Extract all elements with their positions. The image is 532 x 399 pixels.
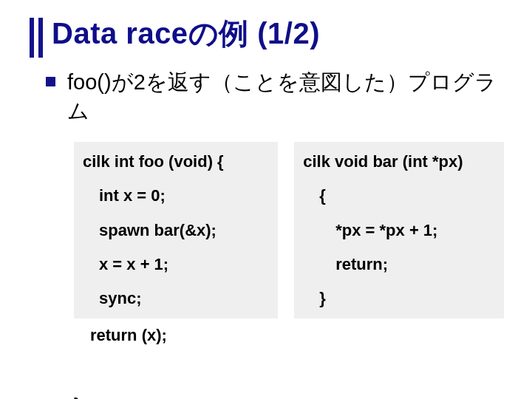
code-line: sync;	[83, 282, 269, 316]
bullet-item: foo()が2を返す（ことを意図した）プログラム	[46, 68, 504, 126]
code-line: int x = 0;	[83, 179, 269, 213]
accent-bar-icon	[30, 18, 34, 58]
code-line: cilk int foo (void) {	[83, 152, 224, 171]
code-line: {	[303, 179, 495, 213]
code-block-bar: cilk void bar (int *px) { *px = *px + 1;…	[294, 142, 504, 318]
code-columns: cilk int foo (void) { int x = 0; spawn b…	[74, 142, 504, 318]
slide-title: Data raceの例 (1/2)	[52, 16, 504, 50]
accent-bar-icon	[38, 18, 43, 58]
code-line: cilk void bar (int *px)	[303, 152, 463, 171]
title-block: Data raceの例 (1/2)	[52, 16, 504, 50]
code-line: spawn bar(&x);	[83, 214, 269, 248]
code-line: return (x);	[74, 318, 504, 352]
code-line: *px = *px + 1;	[303, 214, 495, 248]
code-block-foo: cilk int foo (void) { int x = 0; spawn b…	[74, 142, 278, 318]
code-block-foo-tail: return (x); }	[74, 318, 504, 399]
square-bullet-icon	[46, 77, 55, 86]
code-line: x = x + 1;	[83, 248, 269, 282]
code-line: }	[74, 395, 81, 399]
code-line: return;	[303, 248, 495, 282]
slide: Data raceの例 (1/2) foo()が2を返す（ことを意図した）プログ…	[0, 0, 532, 399]
code-line: }	[303, 282, 495, 316]
bullet-text: foo()が2を返す（ことを意図した）プログラム	[67, 68, 504, 126]
